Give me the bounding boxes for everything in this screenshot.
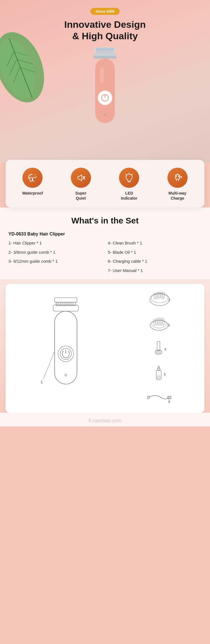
svg-rect-18 bbox=[108, 51, 109, 53]
svg-rect-83 bbox=[157, 341, 160, 350]
svg-rect-81 bbox=[163, 318, 164, 325]
svg-point-29 bbox=[100, 67, 104, 84]
svg-point-67 bbox=[150, 293, 169, 306]
part-6-image: 6 bbox=[147, 389, 172, 406]
diagram-section: 1 2 bbox=[6, 284, 204, 413]
svg-line-88 bbox=[159, 350, 160, 354]
svg-text:5: 5 bbox=[164, 372, 166, 377]
svg-rect-73 bbox=[163, 292, 164, 299]
feature-super-quiet: SuperQuiet bbox=[60, 168, 102, 201]
diagram-part-6: 6 bbox=[147, 389, 172, 406]
multiway-charge-icon bbox=[172, 172, 183, 183]
set-item-6: 6- Charging cable * 1 bbox=[108, 258, 202, 265]
since-badge: Since 2008 bbox=[90, 8, 119, 15]
svg-point-31 bbox=[31, 174, 32, 175]
svg-rect-77 bbox=[154, 319, 155, 326]
svg-point-64 bbox=[65, 374, 67, 376]
svg-rect-55 bbox=[64, 302, 66, 305]
svg-rect-52 bbox=[59, 302, 60, 305]
diagram-parts: 2 3 bbox=[147, 290, 172, 406]
set-title: What's in the Set bbox=[8, 216, 202, 225]
svg-point-28 bbox=[104, 114, 106, 116]
diagram-part-2: 2 bbox=[147, 290, 172, 307]
super-quiet-icon-circle bbox=[71, 168, 91, 188]
svg-rect-10 bbox=[96, 48, 114, 51]
svg-text:6: 6 bbox=[168, 400, 170, 404]
svg-rect-20 bbox=[111, 51, 113, 53]
svg-rect-53 bbox=[60, 302, 62, 305]
svg-rect-59 bbox=[72, 302, 74, 305]
features-section: Waterproof SuperQuiet bbox=[6, 160, 204, 207]
svg-rect-56 bbox=[66, 302, 68, 305]
set-col-2: 4- Clean Brush * 1 5- Blade Oil * 1 6- C… bbox=[108, 240, 202, 274]
part-5-image: 5 bbox=[147, 364, 172, 381]
lower-section: What's in the Set YD-0633 Baby Hair Clip… bbox=[0, 207, 210, 435]
led-icon-circle bbox=[119, 168, 139, 188]
set-section: What's in the Set YD-0633 Baby Hair Clip… bbox=[0, 207, 210, 279]
leaf-decoration bbox=[0, 28, 48, 107]
multiway-charge-label: Multi-wayCharge bbox=[169, 191, 186, 201]
super-quiet-label: SuperQuiet bbox=[75, 191, 87, 201]
svg-rect-16 bbox=[105, 51, 106, 53]
svg-rect-15 bbox=[103, 51, 104, 53]
svg-rect-14 bbox=[101, 51, 102, 53]
set-product-name: YD-0633 Baby Hair Clipper bbox=[8, 232, 202, 237]
waterproof-icon bbox=[27, 172, 38, 183]
set-col-1: 1- Hair Clipper * 1 2- 3/6mm guide comb … bbox=[8, 240, 102, 274]
super-quiet-icon bbox=[76, 172, 86, 183]
svg-line-40 bbox=[132, 174, 132, 175]
svg-line-65 bbox=[43, 351, 55, 379]
led-label: LEDIndicator bbox=[121, 191, 137, 201]
svg-rect-61 bbox=[55, 311, 77, 384]
multiway-charge-icon-circle bbox=[167, 168, 188, 188]
product-image bbox=[81, 47, 129, 137]
hero-title: Innovative Design & High Quality bbox=[64, 19, 146, 42]
part-3-image: 3 bbox=[147, 315, 172, 332]
set-item-5: 5- Blade Oil * 1 bbox=[108, 249, 202, 256]
set-item-4: 4- Clean Brush * 1 bbox=[108, 240, 202, 246]
svg-rect-72 bbox=[161, 292, 162, 298]
svg-rect-11 bbox=[96, 51, 97, 53]
svg-line-86 bbox=[157, 350, 158, 354]
svg-rect-49 bbox=[55, 298, 77, 302]
svg-rect-54 bbox=[62, 302, 64, 305]
diagram-part-3: 3 bbox=[147, 315, 172, 332]
set-item-7: 7- User Manual * 1 bbox=[108, 267, 202, 274]
set-items-container: 1- Hair Clipper * 1 2- 3/6mm guide comb … bbox=[8, 240, 202, 274]
svg-rect-71 bbox=[158, 292, 160, 298]
waterproof-icon-circle bbox=[22, 168, 43, 188]
svg-rect-60 bbox=[53, 305, 78, 311]
set-item-2: 2- 3/6mm guide comb * 1 bbox=[8, 249, 102, 256]
svg-point-33 bbox=[36, 176, 37, 177]
svg-rect-57 bbox=[68, 302, 70, 305]
part-4-image: 4 bbox=[147, 340, 172, 357]
feature-multiway-charge: Multi-wayCharge bbox=[157, 168, 199, 201]
svg-rect-19 bbox=[110, 51, 111, 53]
svg-rect-79 bbox=[158, 318, 160, 325]
svg-text:4: 4 bbox=[164, 347, 166, 351]
svg-line-39 bbox=[126, 174, 127, 175]
svg-rect-58 bbox=[70, 302, 72, 305]
svg-text:2: 2 bbox=[168, 298, 170, 302]
set-item-3: 3- 9/12mm guide comb * 1 bbox=[8, 258, 102, 265]
feature-led: LEDIndicator bbox=[108, 168, 150, 201]
diagram-part-4: 4 bbox=[147, 340, 172, 357]
svg-rect-93 bbox=[158, 366, 159, 368]
svg-rect-94 bbox=[157, 375, 161, 379]
svg-rect-12 bbox=[98, 51, 99, 53]
feature-waterproof: Waterproof bbox=[11, 168, 53, 196]
waterproof-label: Waterproof bbox=[22, 191, 43, 196]
set-item-1: 1- Hair Clipper * 1 bbox=[8, 240, 102, 246]
svg-text:1: 1 bbox=[41, 380, 43, 384]
clipper-diagram: 1 bbox=[38, 295, 94, 401]
svg-point-32 bbox=[35, 174, 36, 175]
svg-text:3: 3 bbox=[168, 323, 170, 327]
diagram-part-5: 5 bbox=[147, 364, 172, 381]
svg-rect-51 bbox=[57, 302, 58, 305]
watermark: fi.carebao.com bbox=[0, 413, 210, 426]
svg-point-25 bbox=[99, 92, 111, 103]
svg-rect-17 bbox=[106, 51, 108, 53]
part-2-image: 2 bbox=[147, 290, 172, 307]
svg-rect-80 bbox=[160, 318, 162, 325]
svg-rect-22 bbox=[94, 56, 116, 59]
